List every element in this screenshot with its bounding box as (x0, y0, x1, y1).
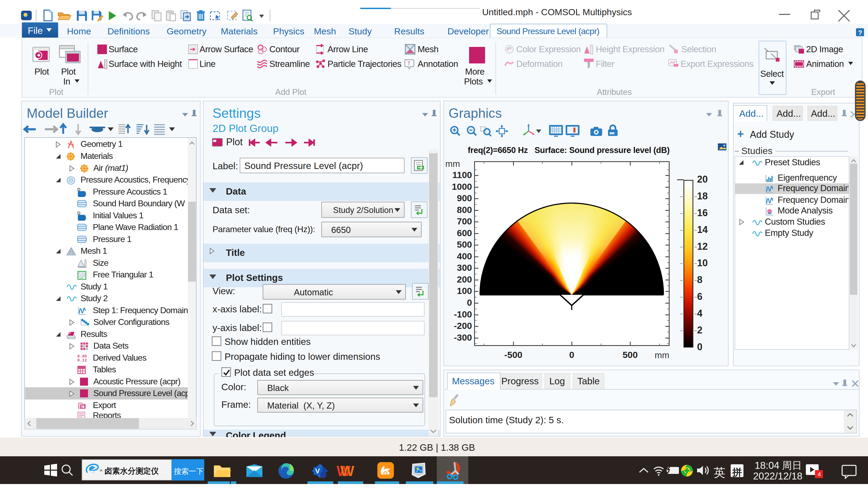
svg-text:W: W (340, 462, 354, 479)
svg-text:T: T (408, 61, 410, 66)
svg-text:R: R (81, 405, 83, 408)
svg-text:V: V (315, 467, 320, 475)
svg-text:4: 4 (818, 471, 821, 478)
svg-text:0.12: 0.12 (77, 358, 87, 363)
